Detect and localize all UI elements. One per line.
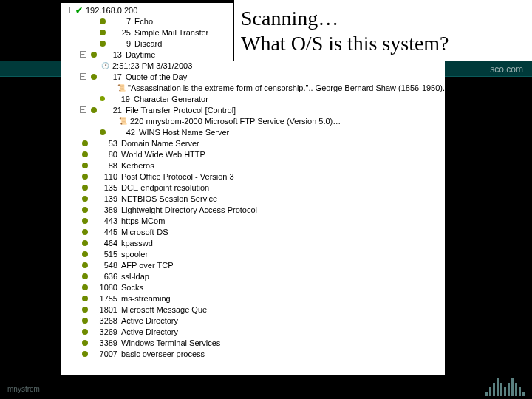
service-name: Microsoft-DS (121, 228, 168, 236)
port-number: 636 (92, 272, 117, 281)
port-number: 53 (92, 139, 117, 148)
collapse-icon[interactable]: − (80, 106, 86, 113)
port-dot-icon (82, 229, 88, 235)
collapse-icon[interactable]: − (80, 73, 86, 80)
port-dot-icon (100, 96, 105, 101)
port-row[interactable]: 139NETBIOS Session Service (64, 193, 442, 204)
port-row-ftp[interactable]: − 21 File Transfer Protocol [Control] (64, 104, 442, 115)
port-number: 110 (92, 172, 117, 181)
service-name: Quote of the Day (126, 72, 187, 81)
port-dot-icon (100, 129, 106, 135)
check-icon: ✔ (75, 7, 83, 14)
port-row[interactable]: 3268Active Directory (64, 315, 442, 326)
port-row[interactable]: 80World Wide Web HTTP (64, 149, 442, 160)
service-name: Post Office Protocol - Version 3 (121, 172, 234, 181)
service-name: AFP over TCP (121, 261, 174, 270)
service-name: Domain Name Server (121, 139, 200, 148)
service-name: Simple Mail Transfer (134, 28, 208, 37)
port-number: 7007 (92, 349, 117, 358)
port-number: 1801 (92, 305, 117, 314)
port-row[interactable]: 636ssl-ldap (64, 270, 442, 282)
port-dot-icon (82, 296, 88, 301)
port-number: 548 (92, 261, 117, 270)
port-number: 389 (92, 205, 117, 214)
port-row[interactable]: 88Kerberos (64, 160, 442, 171)
port-row[interactable]: 7007basic overseer process (64, 348, 442, 359)
service-name: Echo (134, 17, 153, 26)
port-number: 80 (92, 150, 117, 159)
port-row[interactable]: 389Lightweight Directory Access Protocol (64, 204, 442, 215)
port-row[interactable]: 42WINS Host Name Server (64, 126, 442, 137)
service-name: Socks (121, 283, 143, 292)
service-name: ms-streaming (121, 294, 171, 303)
service-name: https MCom (121, 216, 165, 225)
port-dot-icon (82, 340, 88, 346)
port-row[interactable]: 1080Socks (64, 282, 442, 293)
port-dot-icon (82, 151, 88, 157)
port-number: 464 (92, 239, 117, 248)
title-line-2: What O/S is this system? (241, 31, 522, 56)
port-row[interactable]: 53Domain Name Server (64, 137, 442, 149)
port-dot-icon (82, 218, 88, 224)
service-name: spooler (121, 250, 148, 259)
service-name: basic overseer process (121, 349, 205, 358)
title-line-1: Scanning… (241, 6, 522, 31)
ftp-banner-row[interactable]: 📜 220 mnystrom-2000 Microsoft FTP Servic… (64, 115, 442, 126)
service-name: NETBIOS Session Service (121, 194, 217, 203)
timestamp-row[interactable]: 🕑 2:51:23 PM 3/31/2003 (64, 60, 442, 71)
port-row[interactable]: 110Post Office Protocol - Version 3 (64, 171, 442, 182)
port-number: 17 (101, 72, 122, 81)
port-number: 1755 (92, 294, 117, 303)
host-ip: 192.168.0.200 (86, 6, 137, 15)
port-row-quote[interactable]: − 17 Quote of the Day (64, 71, 442, 82)
port-row-chargen[interactable]: 19 Character Generator (64, 93, 442, 104)
port-number: 139 (92, 194, 117, 203)
port-dot-icon (91, 74, 97, 80)
port-row[interactable]: 548AFP over TCP (64, 259, 442, 270)
service-name: Active Directory (121, 327, 178, 336)
service-name: World Wide Web HTTP (121, 150, 205, 159)
port-dot-icon (82, 196, 88, 202)
port-dot-icon (82, 185, 88, 191)
banner-icon: 📜 (117, 84, 126, 92)
port-dot-icon (82, 351, 88, 357)
port-dot-icon (82, 174, 88, 180)
port-number: 515 (92, 250, 117, 259)
port-number: 3268 (92, 316, 117, 325)
port-number: 25 (110, 28, 131, 37)
collapse-icon[interactable]: − (80, 51, 86, 58)
port-row[interactable]: 515spooler (64, 248, 442, 259)
port-number: 9 (110, 39, 131, 48)
port-dot-icon (82, 307, 88, 313)
service-name: Daytime (126, 50, 155, 59)
service-name: File Transfer Protocol [Control] (126, 106, 236, 115)
port-dot-icon (82, 318, 88, 324)
port-number: 445 (92, 228, 117, 236)
port-number: 3269 (92, 327, 117, 336)
port-number: 135 (92, 183, 117, 192)
port-number: 42 (110, 128, 135, 137)
quote-banner-row[interactable]: 📜 "Assassination is the extreme form of … (64, 82, 442, 93)
port-row[interactable]: 443https MCom (64, 215, 442, 226)
slide-title: Scanning… What O/S is this system? (241, 6, 522, 55)
port-number: 21 (101, 106, 122, 115)
port-number: 1080 (92, 283, 117, 292)
port-row[interactable]: 1755ms-streaming (64, 293, 442, 304)
port-dot-icon (100, 18, 106, 24)
port-dot-icon (82, 207, 88, 213)
port-row[interactable]: 3389Windows Terminal Services (64, 337, 442, 348)
port-number: 19 (109, 95, 130, 103)
port-dot-icon (82, 240, 88, 246)
port-row[interactable]: 1801Microsoft Message Que (64, 304, 442, 315)
port-row[interactable]: 445Microsoft-DS (64, 226, 442, 237)
port-row[interactable]: 3269Active Directory (64, 326, 442, 337)
port-dot-icon (100, 30, 106, 35)
port-row[interactable]: 464kpasswd (64, 237, 442, 248)
port-dot-icon (82, 140, 88, 146)
port-number: 88 (92, 161, 117, 170)
port-dot-icon (91, 52, 97, 58)
port-row[interactable]: 135DCE endpoint resolution (64, 182, 442, 193)
banner-icon: 📜 (117, 117, 128, 125)
service-name: Kerberos (121, 161, 154, 170)
collapse-icon[interactable]: − (64, 7, 70, 13)
